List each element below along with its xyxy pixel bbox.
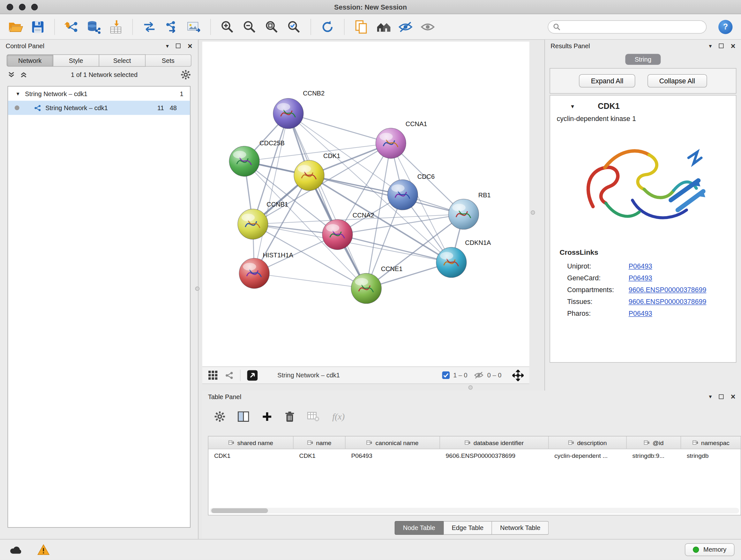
select-columns-icon[interactable] (238, 411, 249, 422)
maximize-panel-button[interactable] (176, 44, 181, 48)
column-header[interactable]: shared name (208, 436, 293, 449)
import-table-button[interactable] (107, 17, 125, 36)
float-panel-button[interactable]: ▾ (709, 394, 712, 400)
external-link-icon[interactable] (247, 369, 258, 381)
export-image-button[interactable] (185, 17, 203, 36)
crosslink-value[interactable]: P06493 (629, 262, 652, 270)
expand-all-button[interactable]: Expand All (579, 74, 635, 87)
column-header[interactable]: namespac (681, 436, 741, 449)
open-session-button[interactable] (7, 17, 24, 36)
crosslink-row: Pharos: P06493 (550, 307, 736, 319)
hidden-eye-slash-icon[interactable] (474, 371, 484, 379)
cell-name[interactable]: CDK1 (293, 449, 346, 462)
search-field[interactable] (548, 20, 706, 33)
network-collection-row[interactable]: ▼ String Network – cdk1 1 (8, 86, 190, 101)
column-header[interactable]: database identifier (440, 436, 549, 449)
zoom-selected-button[interactable] (285, 17, 303, 36)
selected-checkbox-icon[interactable] (442, 371, 450, 379)
gear-icon[interactable] (181, 70, 191, 79)
collapse-all-button[interactable]: Collapse All (648, 74, 707, 87)
close-panel-button[interactable]: × (731, 393, 736, 401)
network-row[interactable]: String Network – cdk1 11 48 (8, 101, 190, 115)
search-input[interactable] (563, 23, 701, 30)
collapse-all-icon[interactable] (20, 71, 27, 78)
gene-description: cyclin-dependent kinase 1 (550, 115, 736, 123)
hidden-count: 0 – 0 (487, 372, 501, 379)
scrollbar-thumb[interactable] (211, 508, 268, 513)
tab-edge-table[interactable]: Edge Table (444, 521, 492, 535)
show-all-button[interactable] (419, 17, 436, 36)
duplicate-document-button[interactable] (352, 17, 370, 36)
string-tab[interactable]: String (625, 54, 661, 65)
cloud-button[interactable] (7, 543, 25, 557)
tab-network-table[interactable]: Network Table (492, 521, 549, 535)
zoom-fit-button[interactable] (263, 17, 280, 36)
splitter-handle[interactable] (531, 210, 535, 214)
import-network-database-button[interactable] (84, 17, 103, 36)
tab-style[interactable]: Style (53, 54, 99, 67)
tab-select[interactable]: Select (99, 54, 145, 67)
maximize-panel-button[interactable] (719, 394, 724, 399)
network-graph[interactable]: CCNB2CCNA1CDC25BCDK1CDC6RB1CCNB1CCNA2CDK… (202, 42, 529, 366)
crosslink-value[interactable]: P06493 (629, 309, 652, 317)
entry-disclosure-icon[interactable]: ▼ (570, 104, 575, 109)
splitter-handle[interactable] (195, 287, 199, 291)
float-panel-button[interactable]: ▾ (166, 43, 169, 49)
minimize-traffic-light[interactable] (19, 4, 25, 10)
birdseye-grid-icon[interactable] (208, 370, 219, 381)
first-neighbors-button[interactable] (140, 17, 158, 36)
memory-button[interactable]: Memory (685, 543, 734, 556)
expand-all-icon[interactable] (8, 71, 15, 78)
tab-sets[interactable]: Sets (145, 54, 191, 67)
add-column-icon[interactable] (262, 411, 272, 422)
warning-icon (37, 544, 50, 555)
clear-table-icon-disabled[interactable] (307, 411, 320, 422)
cell-shared-name[interactable]: CDK1 (208, 449, 293, 462)
cell-id[interactable]: stringdb:9... (627, 449, 681, 462)
tab-network[interactable]: Network (7, 54, 53, 67)
table-row[interactable]: CDK1 CDK1 P06493 9606.ENSP00000378699 cy… (208, 449, 741, 462)
toolbar-separator (210, 18, 211, 35)
cell-namespace[interactable]: stringdb (681, 449, 741, 462)
tab-node-table[interactable]: Node Table (394, 521, 444, 535)
crosslink-value[interactable]: 9606.ENSP00000378699 (629, 298, 706, 305)
close-panel-button[interactable]: × (731, 42, 736, 50)
cell-description[interactable]: cyclin-dependent ... (549, 449, 626, 462)
fit-content-icon[interactable] (512, 369, 524, 381)
network-canvas[interactable]: CCNB2CCNA1CDC25BCDK1CDC6RB1CCNB1CCNA2CDK… (202, 42, 529, 366)
sort-icon (644, 440, 650, 445)
zoom-out-button[interactable] (241, 17, 259, 36)
float-panel-button[interactable]: ▾ (709, 43, 712, 49)
network-overview-icon[interactable] (224, 370, 234, 380)
warnings-button[interactable] (34, 543, 53, 557)
save-session-button[interactable] (29, 17, 47, 36)
close-traffic-light[interactable] (7, 4, 13, 10)
horizontal-scrollbar[interactable] (210, 508, 739, 514)
delete-column-trash-icon[interactable] (285, 411, 294, 422)
refresh-button[interactable] (319, 17, 336, 36)
close-panel-button[interactable]: × (188, 42, 192, 50)
home-button[interactable] (374, 17, 392, 36)
help-button[interactable]: ? (718, 19, 732, 34)
table-tabs: Node Table Edge Table Network Table (202, 521, 741, 535)
function-builder-button[interactable]: f(x) (332, 411, 345, 422)
import-network-file-button[interactable] (62, 17, 80, 36)
status-bar: Memory (0, 539, 741, 560)
splitter-handle[interactable] (468, 385, 473, 389)
new-network-from-selection-button[interactable] (162, 17, 180, 36)
disclosure-triangle-icon[interactable]: ▼ (8, 91, 20, 96)
cell-canonical-name[interactable]: P06493 (346, 449, 440, 462)
crosslink-value[interactable]: 9606.ENSP00000378699 (629, 286, 706, 294)
zoom-in-button[interactable] (218, 17, 236, 36)
maximize-panel-button[interactable] (719, 44, 724, 48)
hide-selected-button[interactable] (397, 17, 414, 36)
column-header[interactable]: canonical name (346, 436, 440, 449)
column-header[interactable]: description (549, 436, 626, 449)
zoom-traffic-light[interactable] (31, 4, 38, 10)
network-selection-status: 1 of 1 Network selected (32, 71, 177, 78)
column-header[interactable]: @id (627, 436, 681, 449)
table-settings-gear-icon[interactable] (214, 411, 225, 422)
crosslink-value[interactable]: P06493 (629, 274, 652, 282)
column-header[interactable]: name (293, 436, 346, 449)
cell-database-identifier[interactable]: 9606.ENSP00000378699 (440, 449, 549, 462)
